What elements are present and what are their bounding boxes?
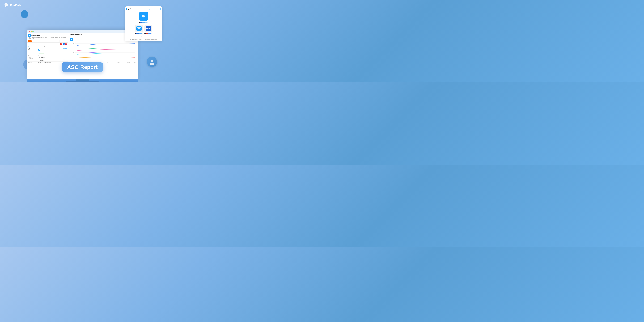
- color-bar-large: [139, 22, 148, 23]
- svg-text:Nov 13: Nov 13: [128, 62, 130, 63]
- app-icon-card: App Icon Click here to improve your app'…: [125, 6, 162, 41]
- foxdata-logo-icon: [4, 3, 9, 8]
- tips-text: Tips: Update your icon by referring to t…: [126, 38, 161, 40]
- chart-svg-container: 1000 800 600 400 200 0 Nov 8 Nov 9 Nov 1…: [70, 38, 136, 64]
- social-networking-icon-box: [135, 24, 143, 32]
- entertainment-color-bar: [144, 33, 152, 34]
- bluesky-chart-icon: [70, 38, 73, 41]
- aso-report-banner: ASO Report: [62, 62, 103, 72]
- section-title: App Name: [27, 47, 34, 49]
- svg-point-32: [151, 60, 153, 62]
- logo-area: FoxData: [4, 3, 22, 8]
- value-keyword-perf: Top 3 Keyword: 2 Top 10 Keyword: 2 Top 5…: [37, 57, 68, 62]
- stand-base: [66, 81, 98, 82]
- monitor-container: Bluesky Social Apps Add-On Networking · …: [27, 30, 138, 82]
- svg-point-0: [5, 4, 6, 5]
- value-app-name: Bluesky Social: [37, 51, 68, 53]
- app-header-bar: Bluesky Social Apps Add-On Networking · …: [27, 33, 68, 40]
- add-competitors[interactable]: + Add Competitors: [28, 44, 34, 44]
- dot-yellow[interactable]: [31, 31, 32, 32]
- svg-text:🦊 FoxData: 🦊 FoxData: [95, 53, 102, 55]
- label-app-name: App Name: [27, 51, 37, 53]
- view-more-link[interactable]: View More: [64, 48, 67, 49]
- region-button[interactable]: United States ▾: [53, 40, 60, 42]
- bluesky-app-icon: [28, 34, 31, 37]
- table-row: Keyword Number 10: [27, 55, 68, 57]
- tab-app-icon[interactable]: App Icon: [43, 45, 48, 48]
- tab-rankings[interactable]: Rankings: [63, 45, 68, 48]
- svg-text:200: 200: [72, 57, 74, 58]
- rec-comp-bar: + Add Competitors Recommended Competitor…: [27, 42, 68, 45]
- tab-description[interactable]: Description: [37, 45, 43, 48]
- app-name-section: App Name View More App: [27, 48, 68, 63]
- tab-keywords[interactable]: Keywords Distribution: [54, 45, 63, 48]
- decorative-blob-1: [20, 10, 28, 18]
- table-row: App: [27, 48, 68, 51]
- compare-button[interactable]: AI: Compare No ▾: [38, 40, 46, 42]
- app-data-table: App App Name: [27, 48, 68, 63]
- social-networking-label: SocialNetworking: [136, 34, 142, 36]
- entertainment-icon-box: [144, 24, 152, 32]
- browser-chrome: [27, 30, 138, 32]
- value-length: 14 Characters: [37, 53, 68, 55]
- label-keyword-number: Keyword Number: [27, 55, 37, 57]
- entertainment-label: Entertainment: [145, 34, 152, 36]
- svg-text:600: 600: [72, 48, 74, 48]
- card-header-row: App Icon Click here to improve your app'…: [126, 8, 161, 10]
- logo-text: FoxData: [10, 4, 22, 7]
- svg-text:0: 0: [74, 60, 74, 62]
- app-icon-table: [38, 49, 40, 51]
- app-name-title: Bluesky Social: [32, 35, 40, 36]
- avatar-circle: [147, 57, 157, 67]
- chart-title: Keywords Distribution: [70, 34, 82, 35]
- label-app: App: [27, 48, 37, 51]
- svg-point-33: [150, 63, 154, 65]
- visibility-score-container: Visibility Score 70: [58, 34, 67, 37]
- svg-point-2: [142, 15, 143, 16]
- active-button[interactable]: Active: [28, 40, 32, 42]
- competitor-icon-1: [60, 43, 62, 45]
- svg-point-1: [7, 4, 7, 5]
- visibility-score-value: 70: [64, 34, 67, 37]
- dot-green[interactable]: [32, 31, 34, 32]
- category-row: SocialNetworking Entertainment: [126, 24, 161, 36]
- card-title: App Icon: [126, 8, 133, 10]
- dot-red[interactable]: [29, 31, 30, 32]
- svg-text:Nov 11: Nov 11: [107, 62, 110, 63]
- left-panel: Bluesky Social Apps Add-On Networking · …: [27, 33, 68, 78]
- tab-screenshots[interactable]: Screenshots: [48, 45, 54, 48]
- category-entertainment: Entertainment: [144, 24, 152, 36]
- value-app: [37, 48, 68, 51]
- competitor-icon-3: [65, 43, 67, 45]
- table-row: Length 14 Characters: [27, 53, 68, 55]
- label-keyword-perf: Keyword Performance: [27, 57, 37, 62]
- label-suggestion: Suggestion: [27, 62, 37, 63]
- svg-text:Nov 12: Nov 12: [117, 62, 120, 63]
- aso-report-text: ASO Report: [67, 64, 98, 70]
- recommended-competitors-label: Recommended Competitors: [50, 44, 60, 44]
- stand-neck: [76, 78, 89, 81]
- legend-label-total: Total: [103, 64, 105, 65]
- svg-text:Nov: Nov: [134, 62, 136, 63]
- category-social-networking: SocialNetworking: [135, 24, 143, 36]
- social-color-bar: [135, 33, 143, 34]
- svg-text:800: 800: [72, 43, 74, 44]
- action-bar: Active Connect ▾ AI: Compare No ▾ Assess…: [27, 40, 68, 42]
- length-tag: 14 Characters: [38, 54, 44, 54]
- competitor-icon-2: f: [63, 43, 64, 45]
- app-icon-large-display: [139, 12, 148, 21]
- connect-button[interactable]: Connect ▾: [32, 40, 37, 42]
- app-meta: Apps Add-On Networking · Apps Entertainm…: [28, 37, 67, 39]
- visibility-label: Visibility Score: [58, 36, 64, 36]
- svg-point-3: [144, 15, 145, 16]
- table-row: Suggestion No further suggestions at the…: [27, 62, 68, 63]
- improve-button[interactable]: Click here to improve your app's UX/UI d…: [138, 8, 161, 10]
- browser-dots: [29, 31, 136, 32]
- svg-text:400: 400: [72, 52, 74, 53]
- table-row: Keyword Performance Top 3 Keyword: 2 Top…: [27, 57, 68, 62]
- apps-button[interactable]: Assessment ▾: [46, 40, 52, 42]
- value-keyword-number: 10: [37, 55, 68, 57]
- table-row: App Name Bluesky Social: [27, 51, 68, 53]
- monitor-stand: [27, 78, 138, 82]
- label-length: Length: [27, 53, 37, 55]
